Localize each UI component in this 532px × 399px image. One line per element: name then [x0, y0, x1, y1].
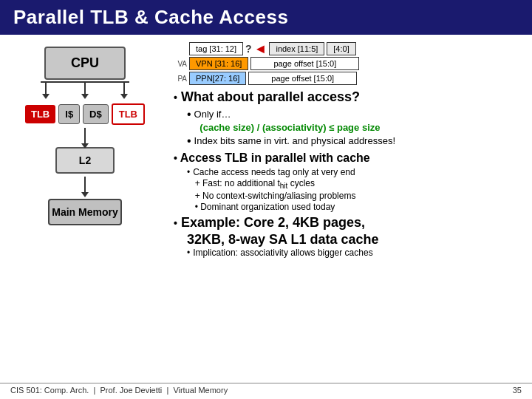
arrow-to-l2: [84, 128, 86, 144]
address-diagram: tag [31: 12] ? ◄ index [11:5] [4:0]: [174, 42, 525, 85]
red-arrow: ◄: [254, 42, 267, 55]
no-context-text: + No context-switching/aliasing problems: [195, 191, 356, 201]
arrow-3: [123, 81, 125, 95]
cpu-label: CPU: [71, 55, 99, 70]
formula-bullet: (cache size) / (associativity) ≤ page si…: [187, 122, 525, 134]
cache-access-bullet: • Cache access needs tag only at very en…: [187, 167, 525, 177]
tlb-box-right: TLB: [112, 103, 145, 125]
slide: Parallel TLB & Cache Access CPU TLB I$: [0, 0, 532, 399]
example-header-text: Example: Core 2, 4KB pages,: [181, 215, 365, 230]
index-box: index [11:5]: [269, 42, 324, 55]
cpu-box: CPU: [44, 47, 126, 80]
footer: CIS 501: Comp. Arch. | Prof. Joe Deviett…: [0, 383, 532, 395]
example-section: • Example: Core 2, 4KB pages,: [174, 215, 525, 231]
parallel-section: • What about parallel access? • Only if……: [174, 89, 525, 147]
right-column: tag [31: 12] ? ◄ index [11:5] [4:0]: [170, 42, 525, 259]
cache-formula-text: (cache size) / (associativity) ≤ page si…: [200, 122, 380, 133]
footer-page-number: 35: [513, 386, 522, 395]
main-memory-label: Main Memory: [52, 206, 117, 218]
arrow-1: [45, 81, 47, 95]
what-about-text: What about parallel access?: [181, 89, 360, 104]
i-cache-box: I$: [58, 104, 80, 124]
dominant-bullet: • Dominant organization used today: [187, 202, 525, 212]
va-label: VA: [174, 60, 187, 68]
vpn-box: VPN [31: 16]: [189, 57, 248, 70]
addr-row-va: VA VPN [31: 16] page offset [15:0]: [174, 57, 359, 70]
addr-row-pa: PA PPN[27: 16] page offset [15:0]: [174, 72, 359, 85]
fast-text: + Fast: no additional thit cycles: [195, 178, 315, 190]
content-area: CPU TLB I$ D$ TLB: [0, 35, 532, 259]
d-cache-box: D$: [83, 104, 109, 124]
tag-box: tag [31: 12]: [189, 42, 243, 55]
pa-label: PA: [174, 75, 187, 83]
three-arrows: [26, 81, 144, 98]
implication-bullet: • Implication: associativity allows bigg…: [187, 248, 525, 258]
arrow-2: [84, 81, 86, 95]
only-if-text: Only if…: [194, 109, 231, 120]
address-rows: tag [31: 12] ? ◄ index [11:5] [4:0]: [174, 42, 359, 85]
cache-access-text: Cache access needs tag only at very end: [193, 167, 355, 177]
question-mark: ?: [245, 43, 252, 55]
what-about-header: • What about parallel access?: [174, 89, 525, 106]
ppn-box: PPN[27: 16]: [189, 72, 246, 85]
page-offset-2-box: page offset [15:0]: [248, 72, 357, 85]
fast-bullet: + Fast: no additional thit cycles: [187, 178, 525, 190]
cache-row: TLB I$ D$ TLB: [25, 103, 145, 125]
only-if-bullet: • Only if…: [187, 109, 525, 120]
page-offset-1-box: page offset [15:0]: [250, 57, 359, 70]
cpu-diagram: CPU TLB I$ D$ TLB: [7, 42, 163, 259]
main-memory-box: Main Memory: [48, 199, 122, 225]
example-detail-text: 32KB, 8-way SA L1 data cache: [187, 232, 378, 247]
access-tlb-section: • Access TLB in parallel with cache: [174, 151, 525, 165]
slide-title: Parallel TLB & Cache Access: [0, 0, 532, 35]
tlb-box-left: TLB: [25, 105, 55, 123]
access-tlb-text: Access TLB in parallel with cache: [180, 151, 370, 164]
implication-text: Implication: associativity allows bigger…: [193, 248, 372, 258]
l2-label: L2: [79, 154, 91, 166]
footer-topic: Virtual Memory: [173, 386, 228, 395]
addr-row-top: tag [31: 12] ? ◄ index [11:5] [4:0]: [174, 42, 359, 55]
title-text: Parallel TLB & Cache Access: [13, 6, 288, 28]
no-context-bullet: + No context-switching/aliasing problems: [187, 191, 525, 201]
l2-box: L2: [55, 147, 115, 174]
footer-left: CIS 501: Comp. Arch. | Prof. Joe Deviett…: [10, 386, 228, 395]
footer-professor: Prof. Joe Devietti: [100, 386, 163, 395]
arrow-to-main-memory: [84, 177, 86, 193]
index-bits-bullet: • Index bits same in virt. and physical …: [187, 135, 525, 147]
footer-course: CIS 501: Comp. Arch.: [10, 386, 89, 395]
index-bits-text: Index bits same in virt. and physical ad…: [194, 135, 395, 146]
four-zero-box: [4:0]: [327, 42, 355, 55]
dominant-text: • Dominant organization used today: [195, 202, 335, 212]
example-detail-line: 32KB, 8-way SA L1 data cache: [187, 232, 525, 248]
